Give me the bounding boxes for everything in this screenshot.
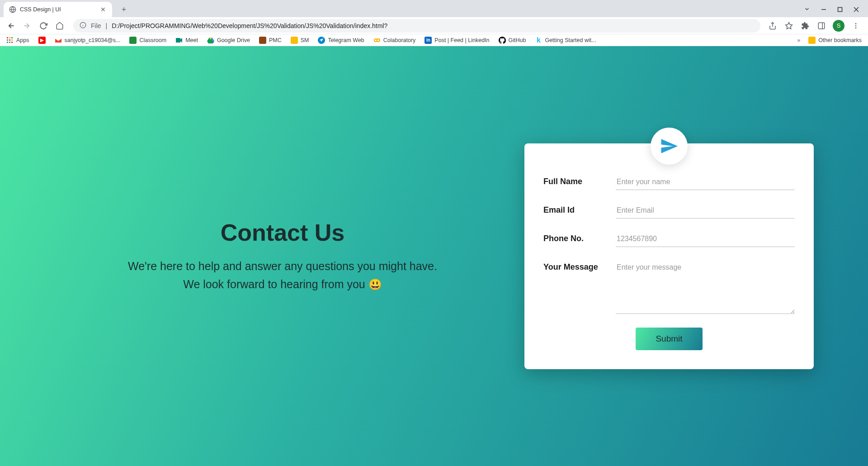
telegram-icon bbox=[318, 37, 325, 44]
colab-icon bbox=[373, 37, 381, 44]
form-row-phone: Phone No. bbox=[543, 231, 795, 247]
smile-emoji-icon: 😃 bbox=[368, 278, 382, 290]
menu-icon[interactable] bbox=[851, 21, 861, 31]
form-row-email: Email Id bbox=[543, 203, 795, 219]
svg-rect-21 bbox=[7, 39, 8, 41]
svg-rect-22 bbox=[9, 39, 10, 41]
svg-rect-24 bbox=[7, 42, 8, 43]
star-icon[interactable] bbox=[784, 21, 794, 31]
email-label: Email Id bbox=[543, 203, 607, 215]
bookmark-overflow-icon[interactable]: » bbox=[797, 37, 800, 43]
info-icon bbox=[80, 22, 86, 30]
minimize-button[interactable] bbox=[821, 6, 826, 14]
kaggle-icon: k bbox=[535, 37, 542, 44]
toolbar: File | D:/Project/PROGRAMMING/Web%20Deve… bbox=[0, 17, 868, 34]
url-scheme: File bbox=[91, 22, 101, 29]
bookmark-kaggle[interactable]: k Getting Started wit... bbox=[535, 37, 596, 44]
svg-point-16 bbox=[855, 25, 857, 26]
intro-line2: We look forward to hearing from you 😃 bbox=[54, 275, 511, 293]
bookmark-telegram[interactable]: Telegram Web bbox=[318, 37, 364, 44]
avatar[interactable]: S bbox=[833, 20, 844, 32]
address-bar[interactable]: File | D:/Project/PROGRAMMING/Web%20Deve… bbox=[73, 19, 760, 33]
form-row-message: Your Message bbox=[543, 260, 795, 314]
bookmark-colab[interactable]: Colaboratory bbox=[373, 37, 416, 44]
other-bookmarks[interactable]: Other bookmarks bbox=[808, 37, 862, 44]
toolbar-right: S bbox=[768, 20, 863, 32]
email-input[interactable] bbox=[616, 203, 795, 219]
bookmark-drive[interactable]: Google Drive bbox=[207, 37, 250, 44]
share-icon[interactable] bbox=[768, 21, 778, 31]
bookmark-linkedin[interactable]: in Post | Feed | LinkedIn bbox=[425, 37, 489, 44]
bookmark-pmc[interactable]: PMC bbox=[259, 37, 282, 44]
svg-point-15 bbox=[855, 23, 857, 24]
sidepanel-icon[interactable] bbox=[816, 21, 826, 31]
submit-button[interactable]: Submit bbox=[636, 328, 702, 350]
svg-rect-3 bbox=[838, 7, 842, 11]
url-divider: | bbox=[106, 22, 108, 29]
classroom-icon bbox=[129, 37, 137, 44]
bookmark-bar: Apps ▶ sanjyotp_c19034@s... Classroom Me… bbox=[0, 34, 868, 46]
message-label: Your Message bbox=[543, 260, 607, 272]
meet-icon bbox=[175, 37, 183, 44]
bookmark-sm[interactable]: SM bbox=[291, 37, 309, 44]
close-icon[interactable]: ✕ bbox=[99, 6, 107, 13]
phone-input[interactable] bbox=[616, 231, 795, 247]
chevron-down-icon[interactable] bbox=[804, 6, 810, 14]
form-row-name: Full Name bbox=[543, 174, 795, 190]
message-input[interactable] bbox=[616, 260, 795, 314]
folder-icon bbox=[291, 37, 298, 44]
bookmark-apps[interactable]: Apps bbox=[6, 37, 29, 44]
window-controls bbox=[804, 6, 868, 14]
forward-button[interactable] bbox=[21, 19, 33, 32]
contact-form-card: Full Name Email Id Phone No. Your Messag… bbox=[524, 143, 814, 369]
svg-marker-28 bbox=[180, 38, 182, 43]
youtube-icon: ▶ bbox=[38, 37, 46, 44]
paper-plane-icon bbox=[651, 128, 688, 165]
back-button[interactable] bbox=[5, 19, 17, 32]
intro-line1: We're here to help and answer any questi… bbox=[54, 257, 511, 275]
github-icon bbox=[499, 37, 506, 44]
svg-rect-25 bbox=[9, 42, 10, 43]
svg-rect-23 bbox=[11, 39, 13, 41]
svg-point-17 bbox=[855, 27, 857, 29]
pmc-icon bbox=[259, 37, 266, 44]
home-button[interactable] bbox=[53, 19, 66, 32]
svg-rect-26 bbox=[11, 42, 13, 43]
tab-bar: CSS Design | UI ✕ + bbox=[0, 0, 868, 17]
submit-row: Submit bbox=[543, 328, 795, 350]
bookmark-gmail[interactable]: sanjyotp_c19034@s... bbox=[55, 37, 121, 44]
folder-icon bbox=[808, 37, 816, 44]
browser-chrome: CSS Design | UI ✕ + bbox=[0, 0, 868, 46]
browser-tab[interactable]: CSS Design | UI ✕ bbox=[4, 2, 112, 17]
page-title: Contact Us bbox=[54, 219, 511, 246]
apps-icon bbox=[6, 37, 14, 44]
bookmark-classroom[interactable]: Classroom bbox=[129, 37, 166, 44]
maximize-button[interactable] bbox=[837, 6, 843, 14]
drive-icon bbox=[207, 37, 214, 44]
phone-label: Phone No. bbox=[543, 231, 607, 243]
url-text: D:/Project/PROGRAMMING/Web%20Development… bbox=[112, 22, 387, 29]
bookmark-youtube[interactable]: ▶ bbox=[38, 37, 46, 44]
intro-section: Contact Us We're here to help and answer… bbox=[54, 219, 511, 293]
svg-point-33 bbox=[377, 39, 380, 42]
name-label: Full Name bbox=[543, 174, 607, 186]
svg-rect-13 bbox=[818, 23, 825, 29]
new-tab-button[interactable]: + bbox=[118, 3, 130, 16]
extensions-icon[interactable] bbox=[800, 21, 810, 31]
close-window-button[interactable] bbox=[854, 6, 859, 14]
svg-rect-27 bbox=[176, 38, 180, 43]
reload-button[interactable] bbox=[37, 19, 50, 32]
linkedin-icon: in bbox=[425, 37, 432, 44]
globe-icon bbox=[9, 6, 16, 13]
name-input[interactable] bbox=[616, 174, 795, 190]
svg-marker-31 bbox=[212, 38, 214, 41]
page-content: Contact Us We're here to help and answer… bbox=[0, 46, 868, 466]
svg-rect-19 bbox=[9, 37, 10, 38]
svg-marker-12 bbox=[786, 22, 793, 29]
bookmark-github[interactable]: GitHub bbox=[499, 37, 526, 44]
svg-rect-20 bbox=[11, 37, 13, 38]
bookmark-meet[interactable]: Meet bbox=[175, 37, 198, 44]
gmail-icon bbox=[55, 37, 62, 44]
svg-rect-18 bbox=[7, 37, 8, 38]
tab-title: CSS Design | UI bbox=[20, 6, 96, 13]
